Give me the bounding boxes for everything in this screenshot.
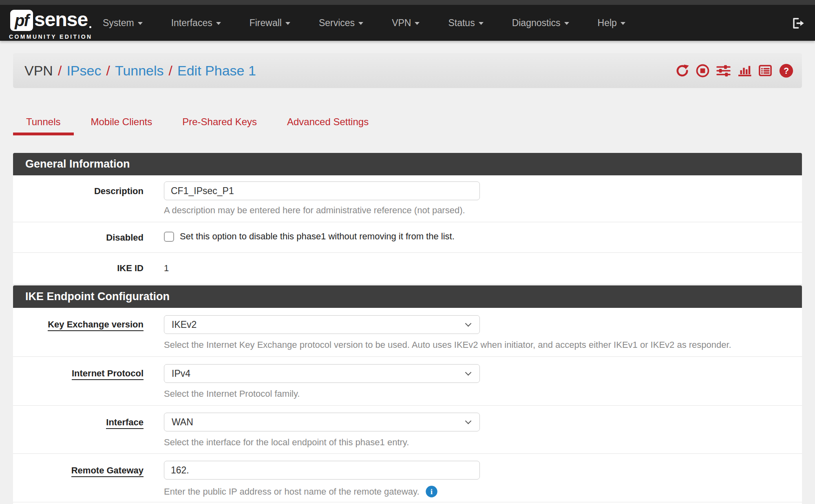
interface-label: Interface [13,406,144,428]
breadcrumb: VPN / IPsec / Tunnels / Edit Phase 1 [13,63,256,79]
description-help-text: A description may be entered here for ad… [164,205,790,216]
bar-chart-icon[interactable] [737,63,752,78]
chevron-down-icon [465,369,472,376]
help-circle-icon[interactable]: ? [779,63,794,78]
pfsense-logo[interactable]: pf sense COMMUNITY EDITION [9,9,95,38]
chevron-down-icon [358,22,363,25]
window-top-strip [0,0,815,5]
pfsense-logo-sense-text: sense [34,8,88,31]
stop-circle-icon[interactable] [696,64,710,78]
disabled-checkbox-text[interactable]: Set this option to disable this phase1 w… [180,231,455,242]
description-input[interactable] [164,181,480,200]
disabled-label: Disabled [13,222,144,243]
menu-status-label: Status [448,18,475,29]
form-row-internet-protocol: Internet Protocol IPv4 Select the Intern… [13,357,802,406]
section-header-ike-endpoint-configuration: IKE Endpoint Configuration [13,285,802,308]
menu-services-label: Services [319,18,355,29]
chevron-down-icon [415,22,420,25]
internet-protocol-select[interactable]: IPv4 [164,364,480,383]
remote-gateway-input[interactable] [164,461,480,480]
main-navbar: pf sense COMMUNITY EDITION System Interf… [0,5,815,41]
sign-out-icon[interactable] [791,17,804,31]
form-row-interface: Interface WAN Select the interface for t… [13,406,802,454]
pfsense-logo-subtitle: COMMUNITY EDITION [9,33,93,40]
pfsense-logo-pf-text: pf [15,11,29,30]
interface-value: WAN [172,417,193,427]
menu-services[interactable]: Services [319,18,363,29]
menu-interfaces[interactable]: Interfaces [171,18,221,29]
menu-firewall-label: Firewall [250,18,282,29]
key-exchange-version-help-text: Select the Internet Key Exchange protoco… [164,340,790,350]
chevron-down-icon [285,22,290,25]
tab-pre-shared-keys[interactable]: Pre-Shared Keys [169,113,270,135]
remote-gateway-help-text: Enter the public IP address or host name… [164,486,420,497]
chevron-down-icon [564,22,569,25]
breadcrumb-separator: / [169,63,172,79]
chevron-down-icon [621,22,625,25]
menu-vpn[interactable]: VPN [392,18,420,29]
chevron-down-icon [138,22,143,25]
interface-help-text: Select the interface for the local endpo… [164,437,790,448]
form-row-description: Description A description may be entered… [13,175,802,222]
internet-protocol-help-text: Select the Internet Protocol family. [164,389,790,399]
description-label: Description [13,175,144,197]
form-row-remote-gateway: Remote Gateway Enter the public IP addre… [13,454,802,502]
breadcrumb-separator: / [58,63,62,79]
internet-protocol-value: IPv4 [172,368,190,379]
ike-endpoint-panel: Key Exchange version IKEv2 Select the In… [13,308,802,504]
tab-mobile-clients[interactable]: Mobile Clients [78,113,166,135]
breadcrumb-root: VPN [24,63,53,79]
breadcrumb-link-ipsec[interactable]: IPsec [66,63,101,79]
key-exchange-version-select[interactable]: IKEv2 [164,315,480,334]
chevron-down-icon [465,321,472,327]
key-exchange-version-value: IKEv2 [172,319,197,330]
tab-advanced-settings[interactable]: Advanced Settings [274,113,382,135]
info-icon[interactable]: i [425,485,438,498]
section-header-general-information: General Information [13,153,802,175]
chevron-down-icon [465,418,472,424]
menu-interfaces-label: Interfaces [171,18,212,29]
general-information-panel: Description A description may be entered… [13,175,802,284]
refresh-icon[interactable] [675,64,689,78]
tab-tunnels[interactable]: Tunnels [13,113,74,135]
form-row-disabled: Disabled Set this option to disable this… [13,222,802,253]
menu-diagnostics[interactable]: Diagnostics [512,18,569,29]
menu-firewall[interactable]: Firewall [250,18,290,29]
remote-gateway-help-row: Enter the public IP address or host name… [164,485,790,498]
form-row-ike-id: IKE ID 1 [13,253,802,283]
menu-status[interactable]: Status [448,18,483,29]
chevron-down-icon [479,22,484,25]
remote-gateway-label: Remote Gateway [13,454,144,476]
ipsec-tabs: Tunnels Mobile Clients Pre-Shared Keys A… [13,113,386,135]
disabled-checkbox[interactable] [164,232,174,242]
navbar-menu: System Interfaces Firewall Services VPN … [103,5,625,41]
pfsense-logo-trademark-dot [89,26,91,28]
svg-text:i: i [430,487,433,496]
log-list-icon[interactable] [758,63,773,78]
menu-help-label: Help [598,18,617,29]
ike-id-value: 1 [164,263,790,274]
menu-system[interactable]: System [103,18,143,29]
menu-diagnostics-label: Diagnostics [512,18,561,29]
sliders-icon[interactable] [716,63,731,78]
breadcrumb-current-edit-phase-1: Edit Phase 1 [177,63,256,79]
pfsense-logo-pf-box: pf [10,10,33,31]
menu-system-label: System [103,18,134,29]
menu-help[interactable]: Help [598,18,625,29]
key-exchange-version-label: Key Exchange version [13,308,144,330]
breadcrumb-bar: VPN / IPsec / Tunnels / Edit Phase 1 [13,53,802,88]
menu-vpn-label: VPN [392,18,411,29]
svg-text:?: ? [784,66,789,76]
page-action-icons: ? [675,53,794,88]
chevron-down-icon [216,22,221,25]
breadcrumb-separator: / [106,63,110,79]
breadcrumb-link-tunnels[interactable]: Tunnels [115,63,164,79]
form-row-key-exchange-version: Key Exchange version IKEv2 Select the In… [13,308,802,357]
ike-id-label: IKE ID [13,253,144,274]
interface-select[interactable]: WAN [164,413,480,431]
internet-protocol-label: Internet Protocol [13,357,144,379]
